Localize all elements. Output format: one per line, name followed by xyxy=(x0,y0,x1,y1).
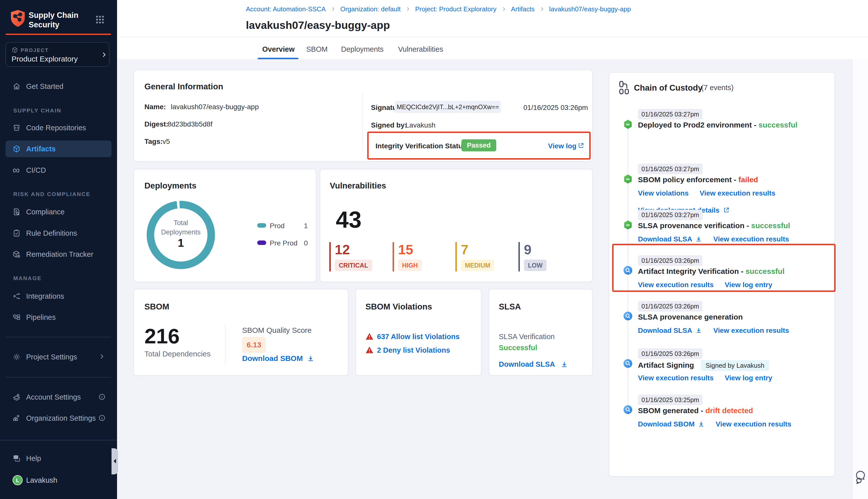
sidebar-item-project-settings[interactable]: Project Settings xyxy=(0,349,117,365)
avatar: L xyxy=(13,475,23,485)
sidebar-item-remediation-tracker[interactable]: Remediation Tracker xyxy=(0,246,117,263)
sidebar-item-artifacts[interactable]: Artifacts xyxy=(5,141,111,157)
box-wrench-icon xyxy=(13,250,21,258)
breadcrumb-organization[interactable]: Organization: default xyxy=(340,5,401,13)
user-menu[interactable]: L Lavakush xyxy=(0,472,117,488)
brand-divider xyxy=(5,34,111,35)
event-title: Deployed to Prod2 environment - successf… xyxy=(638,121,797,129)
signed-by-value: Lavakush xyxy=(405,121,435,129)
sidebar-divider xyxy=(5,377,111,378)
sbom-quality-score: 6.13 xyxy=(242,337,266,353)
medium-badge: MEDIUM xyxy=(461,259,494,271)
sidebar-section-manage: MANAGE xyxy=(13,275,42,282)
card-title: SBOM Violations xyxy=(365,302,432,312)
sidebar-item-cicd[interactable]: ∞ CI/CD xyxy=(0,162,117,179)
svg-text:?: ? xyxy=(15,455,17,459)
card-title: SLSA xyxy=(499,302,521,312)
sbom-violations-card: SBOM Violations 637 Allow list Violation… xyxy=(355,289,481,376)
vulnerabilities-total: 43 xyxy=(336,207,361,233)
event-links[interactable]: Download SLSAView execution results xyxy=(638,235,800,243)
sidebar-item-account-settings[interactable]: Account Settings xyxy=(0,389,117,405)
sidebar-item-integrations[interactable]: Integrations xyxy=(0,288,117,304)
pipeline-hexagon-icon: ∞ xyxy=(623,220,633,230)
app-grid-icon[interactable] xyxy=(95,14,105,25)
tab-sbom[interactable]: SBOM xyxy=(306,45,327,53)
sidebar-item-pipelines[interactable]: Pipelines xyxy=(0,309,117,326)
integrity-status-badge: Passed xyxy=(461,139,496,151)
chat-bubble-icon[interactable] xyxy=(855,470,868,485)
document-search-icon xyxy=(13,208,21,216)
project-name: Product Exploratory xyxy=(12,55,77,63)
chevron-right-icon xyxy=(98,353,105,360)
sbom-total-label: Total Dependencies xyxy=(144,350,211,358)
org-settings-icon xyxy=(13,414,21,422)
event-time: 01/16/2025 03:27pm xyxy=(638,164,702,174)
home-icon xyxy=(13,82,21,90)
signed-by-label: Signed by: xyxy=(371,121,407,129)
warning-icon xyxy=(365,332,373,340)
vulnerabilities-card: Vulnerabilities 43 12 CRITICAL 15 HIGH 7… xyxy=(320,169,593,282)
download-slsa-link[interactable]: Download SLSA xyxy=(499,360,555,368)
download-sbom-link[interactable]: Download SBOM xyxy=(242,354,303,363)
infinity-icon: ∞ xyxy=(13,166,21,174)
event-time: 01/16/2025 03:27pm xyxy=(638,109,702,120)
breadcrumb-project[interactable]: Project: Product Exploratory xyxy=(415,5,496,13)
medium-bar xyxy=(455,242,457,271)
legend-value-prod: 1 xyxy=(304,222,308,230)
tab-deployments[interactable]: Deployments xyxy=(341,45,384,53)
integrity-label: Integrity Verification Status: xyxy=(375,142,469,150)
info-icon xyxy=(98,414,106,422)
tab-overview[interactable]: Overview xyxy=(262,45,294,53)
breadcrumb-account[interactable]: Account: Automation-SSCA xyxy=(246,5,326,13)
event-links[interactable]: View violationsView execution results xyxy=(638,189,786,197)
info-icon xyxy=(98,393,106,400)
header-divider xyxy=(117,37,868,37)
breadcrumb-separator-icon xyxy=(330,6,336,12)
sidebar-item-rule-definitions[interactable]: Rule Definitions xyxy=(0,225,117,242)
event-title: SBOM generated - drift detected xyxy=(638,406,753,415)
project-selector[interactable]: PROJECT Product Exploratory xyxy=(5,42,109,67)
tags-label: Tags: xyxy=(144,137,163,146)
event-links[interactable]: View execution resultsView log entry xyxy=(638,374,783,382)
high-count: 15 xyxy=(398,242,413,257)
scanner-circle-icon xyxy=(623,311,633,322)
legend-swatch-preprod xyxy=(257,241,266,245)
sidebar-item-organization-settings[interactable]: Organization Settings xyxy=(0,410,117,426)
account-settings-icon xyxy=(13,393,21,401)
download-icon xyxy=(560,361,568,368)
sbom-card: SBOM 216 Total Dependencies SBOM Quality… xyxy=(133,289,348,376)
sidebar-item-compliance[interactable]: Compliance xyxy=(0,204,117,220)
critical-count: 12 xyxy=(335,242,350,257)
event-title: Artifact SigningSigned by Lavakush xyxy=(638,360,769,371)
event-links[interactable]: View execution resultsView log entry xyxy=(638,281,783,289)
breadcrumb-artifacts[interactable]: Artifacts xyxy=(511,5,535,13)
high-bar xyxy=(393,242,394,271)
scanner-circle-icon xyxy=(623,266,633,276)
event-time: 01/16/2025 03:26pm xyxy=(638,301,702,312)
scanner-circle-icon xyxy=(623,359,633,369)
sidebar-item-help[interactable]: ? Help xyxy=(0,450,117,467)
cube-icon xyxy=(13,145,21,153)
pipelines-icon xyxy=(13,313,21,321)
event-links[interactable]: Download SLSAView execution results xyxy=(638,327,800,334)
event-title: SLSA provenance verification - successfu… xyxy=(638,221,790,230)
tab-vulnerabilities[interactable]: Vulnerabilities xyxy=(398,45,443,53)
sidebar: Supply Chain Security PROJECT Product Ex… xyxy=(0,0,117,499)
pipeline-hexagon-icon: ∞ xyxy=(623,119,633,130)
event-time: 01/16/2025 03:26pm xyxy=(638,255,702,266)
app-logo-shield-icon xyxy=(10,9,26,28)
event-links[interactable]: Download SBOMView execution results xyxy=(638,420,803,428)
download-icon xyxy=(695,327,702,334)
sidebar-collapse-handle[interactable] xyxy=(111,448,118,474)
deployments-card: Deployments Total Deployments 1 Prod 1 P… xyxy=(133,169,316,282)
sidebar-item-code-repositories[interactable]: Code Repositories xyxy=(0,120,117,136)
view-log-link[interactable]: View log xyxy=(548,142,576,150)
digest-label: Digest: xyxy=(144,120,168,128)
breadcrumb-current[interactable]: lavakush07/easy-buggy-app xyxy=(549,5,631,13)
svg-text:∞: ∞ xyxy=(626,121,630,127)
sidebar-item-get-started[interactable]: Get Started xyxy=(0,78,117,95)
download-icon xyxy=(307,355,314,362)
page-title: lavakush07/easy-buggy-app xyxy=(246,19,390,32)
svg-text:∞: ∞ xyxy=(626,222,630,228)
digest-value: 8d23bd3b5d8f xyxy=(168,120,213,128)
